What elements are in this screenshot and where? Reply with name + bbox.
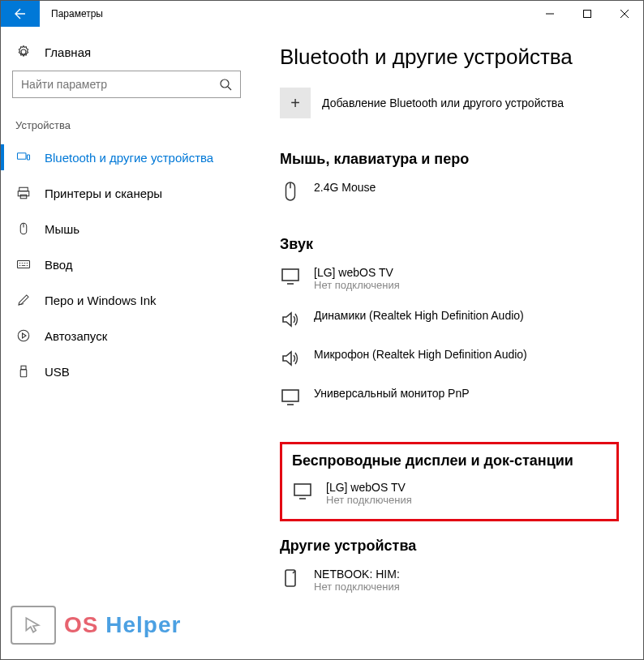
- sidebar-item-label: Перо и Windows Ink: [45, 294, 157, 307]
- device-row[interactable]: NETBOOK: HIM: Нет подключения: [280, 563, 643, 606]
- device-status: Нет подключения: [314, 581, 400, 593]
- device-name: Микрофон (Realtek High Definition Audio): [314, 348, 527, 361]
- sidebar-item-label: Принтеры и сканеры: [45, 186, 162, 200]
- device-row[interactable]: 2.4G Mouse: [280, 176, 643, 215]
- phone-icon: [280, 568, 301, 589]
- svg-rect-4: [19, 187, 28, 191]
- watermark-logo: OS Helper: [11, 606, 181, 645]
- minimize-icon: [546, 10, 554, 18]
- svg-rect-13: [282, 269, 298, 281]
- device-name: Динамики (Realtek High Definition Audio): [314, 309, 524, 322]
- add-device-button[interactable]: +: [280, 88, 311, 118]
- keyboard-icon: [15, 256, 32, 272]
- add-device-label: Добавление Bluetooth или другого устройс…: [322, 96, 564, 109]
- svg-rect-15: [294, 484, 311, 495]
- svg-rect-10: [21, 366, 26, 370]
- titlebar: Параметры: [1, 1, 643, 27]
- sidebar-item-label: Ввод: [45, 258, 73, 272]
- svg-rect-6: [20, 195, 27, 199]
- device-row[interactable]: [LG] webOS TV Нет подключения: [280, 261, 643, 304]
- device-name: [LG] webOS TV: [326, 481, 412, 494]
- autoplay-icon: [15, 328, 32, 344]
- section-other-devices: Другие устройства NETBOOK: HIM: Нет подк…: [280, 538, 643, 606]
- window-title: Параметры: [40, 1, 531, 27]
- mouse-icon: [15, 221, 32, 237]
- svg-rect-0: [584, 11, 591, 18]
- sidebar-item-pen[interactable]: Перо и Windows Ink: [1, 282, 252, 318]
- close-icon: [620, 10, 629, 18]
- gear-icon: [15, 44, 32, 60]
- sidebar-item-printers[interactable]: Принтеры и сканеры: [1, 175, 252, 211]
- section-header: Другие устройства: [280, 538, 643, 555]
- svg-point-9: [18, 330, 29, 341]
- usb-icon: [15, 363, 32, 379]
- svg-rect-3: [28, 155, 30, 160]
- search-icon: [219, 78, 232, 91]
- svg-rect-14: [282, 390, 298, 401]
- section-header: Звук: [280, 236, 643, 253]
- speaker-icon: [280, 348, 301, 369]
- section-mouse-keyboard-pen: Мышь, клавиатура и перо 2.4G Mouse: [280, 151, 643, 215]
- device-name: Универсальный монитор PnP: [314, 387, 470, 400]
- section-audio: Звук [LG] webOS TV Нет подключения Динам…: [280, 236, 643, 421]
- maximize-button[interactable]: [569, 1, 606, 27]
- device-row[interactable]: Динамики (Realtek High Definition Audio): [280, 304, 643, 343]
- monitor-icon: [292, 481, 313, 502]
- watermark-text: OS Helper: [64, 612, 181, 638]
- sidebar-home[interactable]: Главная: [1, 48, 252, 71]
- page-title: Bluetooth и другие устройства: [280, 45, 643, 70]
- svg-rect-2: [18, 153, 27, 160]
- sidebar-item-typing[interactable]: Ввод: [1, 246, 252, 282]
- device-row[interactable]: Универсальный монитор PnP: [280, 382, 643, 421]
- back-button[interactable]: [1, 1, 40, 27]
- printer-icon: [15, 185, 32, 201]
- sidebar-item-autoplay[interactable]: Автозапуск: [1, 318, 252, 354]
- plus-icon: +: [290, 94, 300, 113]
- minimize-button[interactable]: [531, 1, 569, 27]
- window-controls: [531, 1, 643, 27]
- device-row[interactable]: [LG] webOS TV Нет подключения: [292, 476, 607, 511]
- maximize-icon: [583, 10, 591, 18]
- close-button[interactable]: [606, 1, 643, 27]
- section-header: Мышь, клавиатура и перо: [280, 151, 643, 168]
- sidebar-item-label: Bluetooth и другие устройства: [45, 151, 213, 165]
- add-device-row[interactable]: + Добавление Bluetooth или другого устро…: [280, 88, 643, 118]
- sidebar-item-label: Автозапуск: [45, 329, 107, 343]
- device-name: NETBOOK: HIM:: [314, 568, 400, 581]
- section-wireless-displays-highlight: Беспроводные дисплеи и док-станции [LG] …: [280, 442, 619, 521]
- svg-rect-8: [18, 261, 30, 268]
- sidebar: Главная Устройства Bluetooth и другие ус…: [1, 27, 252, 659]
- mouse-device-icon: [280, 181, 301, 202]
- monitor-icon: [280, 387, 301, 408]
- svg-rect-5: [18, 191, 29, 196]
- sidebar-home-label: Главная: [45, 45, 91, 59]
- back-arrow-icon: [14, 7, 27, 20]
- svg-point-1: [221, 79, 229, 88]
- svg-rect-11: [20, 370, 27, 377]
- devices-icon: [15, 149, 32, 165]
- sidebar-item-label: USB: [45, 365, 70, 379]
- search-input[interactable]: [12, 71, 241, 98]
- device-status: Нет подключения: [326, 494, 412, 506]
- sidebar-category: Устройства: [1, 119, 252, 139]
- device-row[interactable]: Микрофон (Realtek High Definition Audio): [280, 343, 643, 382]
- monitor-icon: [280, 266, 301, 287]
- sidebar-item-usb[interactable]: USB: [1, 354, 252, 389]
- device-name: 2.4G Mouse: [314, 181, 376, 194]
- main-content: Bluetooth и другие устройства + Добавлен…: [252, 27, 643, 659]
- search-textfield[interactable]: [21, 78, 219, 91]
- pen-icon: [15, 292, 32, 308]
- speaker-icon: [280, 309, 301, 330]
- watermark-cursor-box: [11, 606, 56, 645]
- section-header: Беспроводные дисплеи и док-станции: [292, 452, 607, 469]
- cursor-icon: [23, 615, 44, 636]
- sidebar-item-label: Мышь: [45, 222, 79, 236]
- device-status: Нет подключения: [314, 279, 400, 291]
- device-name: [LG] webOS TV: [314, 266, 400, 279]
- sidebar-item-bluetooth[interactable]: Bluetooth и другие устройства: [1, 139, 252, 175]
- sidebar-item-mouse[interactable]: Мышь: [1, 211, 252, 246]
